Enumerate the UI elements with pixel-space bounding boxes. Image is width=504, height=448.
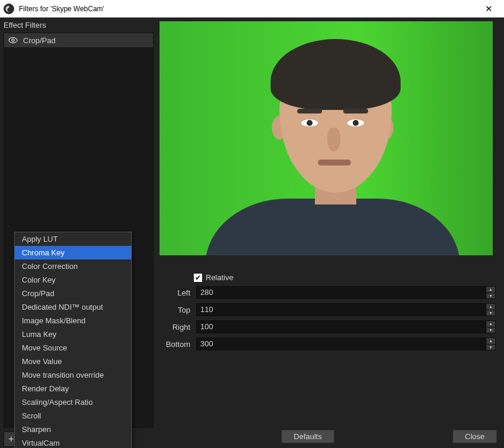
menu-move-source[interactable]: Move Source — [15, 341, 131, 355]
menu-scaling-aspect-ratio[interactable]: Scaling/Aspect Ratio — [15, 395, 131, 409]
right-label: Right — [160, 323, 190, 332]
right-spinner[interactable]: ▲▼ — [486, 320, 496, 333]
add-filter-context-menu: Apply LUT Chroma Key Color Correction Co… — [14, 232, 132, 448]
defaults-button[interactable]: Defaults — [281, 430, 334, 443]
menu-virtualcam[interactable]: VirtualCam — [15, 436, 131, 448]
relative-label: Relative — [206, 273, 233, 282]
effect-filters-label: Effect Filters — [0, 18, 157, 33]
left-label: Left — [160, 288, 190, 297]
titlebar: Filters for 'Skype WebCam' ✕ — [0, 0, 504, 18]
visibility-eye-icon[interactable] — [8, 35, 18, 45]
window-title: Filters for 'Skype WebCam' — [19, 5, 476, 13]
menu-scroll[interactable]: Scroll — [15, 409, 131, 423]
svg-point-1 — [12, 39, 14, 41]
menu-apply-lut[interactable]: Apply LUT — [15, 232, 131, 246]
relative-checkbox[interactable]: ✔ — [194, 274, 202, 282]
window-close-button[interactable]: ✕ — [476, 0, 502, 18]
left-input[interactable]: 280 — [196, 286, 486, 299]
filter-item-croppad[interactable]: Crop/Pad — [4, 33, 153, 48]
menu-crop-pad[interactable]: Crop/Pad — [15, 287, 131, 300]
right-input[interactable]: 100 — [196, 320, 486, 333]
filter-item-label: Crop/Pad — [23, 36, 56, 45]
bottom-label: Bottom — [160, 340, 190, 349]
top-spinner[interactable]: ▲▼ — [486, 303, 496, 316]
menu-move-value[interactable]: Move Value — [15, 355, 131, 368]
close-button[interactable]: Close — [453, 430, 497, 443]
top-label: Top — [160, 306, 190, 314]
filter-settings-panel: ✔ Relative Left 280 ▲▼ Top 110 ▲▼ Right — [157, 18, 504, 448]
menu-render-delay[interactable]: Render Delay — [15, 382, 131, 395]
menu-luma-key[interactable]: Luma Key — [15, 327, 131, 341]
bottom-input[interactable]: 300 — [196, 337, 486, 350]
menu-sharpen[interactable]: Sharpen — [15, 423, 131, 436]
menu-move-transition-override[interactable]: Move transition override — [15, 368, 131, 382]
bottom-spinner[interactable]: ▲▼ — [486, 337, 496, 350]
menu-dedicated-ndi-output[interactable]: Dedicated NDI™ output — [15, 300, 131, 314]
menu-image-mask-blend[interactable]: Image Mask/Blend — [15, 314, 131, 327]
left-spinner[interactable]: ▲▼ — [486, 286, 496, 299]
dialog-buttons: Defaults Close — [163, 430, 497, 443]
crop-pad-properties: ✔ Relative Left 280 ▲▼ Top 110 ▲▼ Right — [160, 273, 498, 350]
menu-color-correction[interactable]: Color Correction — [15, 259, 131, 273]
top-input[interactable]: 110 — [196, 303, 486, 316]
menu-chroma-key[interactable]: Chroma Key — [15, 246, 131, 259]
menu-color-key[interactable]: Color Key — [15, 273, 131, 287]
obs-icon — [4, 4, 14, 14]
preview-area — [160, 21, 493, 255]
